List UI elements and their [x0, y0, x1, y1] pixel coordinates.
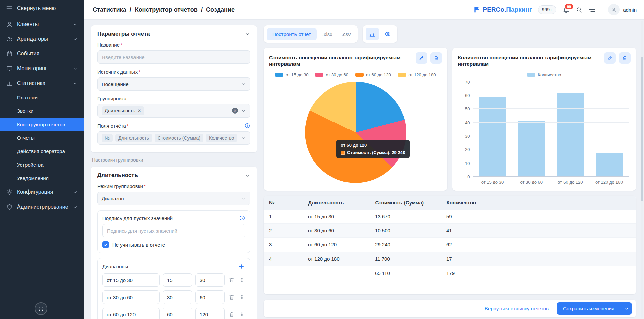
table-row[interactable]: 2 от 30 до 60 10 500 41	[264, 224, 636, 238]
breadcrumb-report-builder[interactable]: Конструктор отчетов	[135, 6, 198, 13]
info-icon[interactable]	[239, 215, 245, 221]
charts-view-button[interactable]	[366, 28, 379, 40]
data-source-select[interactable]: Посещение	[97, 77, 250, 91]
info-icon[interactable]	[244, 123, 250, 129]
chevron-down-icon	[245, 31, 250, 37]
delete-range-button[interactable]	[228, 310, 236, 318]
delete-range-button[interactable]	[228, 293, 236, 301]
pie-chart[interactable]	[305, 82, 406, 183]
table-row[interactable]: 1 от 15 до 30 13 670 59	[264, 210, 636, 224]
chevron-down-icon	[241, 82, 246, 87]
bar[interactable]	[518, 121, 545, 177]
sidebar-item-tenants[interactable]: Арендаторы	[0, 32, 84, 46]
drag-handle[interactable]	[239, 276, 245, 284]
report-params-header[interactable]: Параметры отчета	[91, 25, 257, 42]
back-to-reports-link[interactable]: Вернуться к списку отчетов	[485, 306, 549, 311]
sidebar-item-configuration[interactable]: Конфигурация	[0, 185, 84, 199]
notifications-bell-button[interactable]: 99	[562, 6, 570, 13]
save-changes-button[interactable]: Сохранить изменения	[557, 302, 621, 315]
search-button[interactable]	[576, 6, 582, 13]
sidebar-item-administration[interactable]: Администрирование	[0, 199, 84, 214]
export-csv-button[interactable]: .csv	[338, 28, 355, 40]
grouping-mode-select[interactable]: Диапазон	[97, 192, 250, 205]
breadcrumb-statistics[interactable]: Статистика	[93, 6, 126, 13]
grouping-select[interactable]: Длительность ✕ ✕	[97, 104, 250, 118]
table-row[interactable]: 4 от 120 до 180 11 700 17	[264, 252, 636, 266]
gear-icon	[6, 189, 13, 195]
scrollbar-thumb[interactable]	[641, 57, 643, 201]
sidebar-subitem-devices[interactable]: Устройства	[0, 158, 84, 171]
clear-selection-icon[interactable]: ✕	[232, 108, 238, 114]
remove-tag-icon[interactable]: ✕	[138, 109, 141, 113]
grouping-card-header[interactable]: Длительность	[91, 167, 257, 183]
save-options-button[interactable]	[621, 302, 632, 315]
sidebar-item-monitoring[interactable]: Мониторинг	[0, 61, 84, 76]
ranges-box: Диапазоны	[97, 258, 250, 319]
range-name-input[interactable]	[102, 290, 160, 304]
range-from-input[interactable]	[163, 290, 192, 304]
drag-handle[interactable]	[239, 311, 245, 318]
exclude-from-report-checkbox[interactable]: Не учитывать в отчете	[102, 241, 245, 248]
hide-charts-button[interactable]	[381, 28, 394, 40]
calendar-icon	[6, 50, 13, 57]
sidebar-item-events[interactable]: События	[0, 46, 84, 61]
x-axis-label: от 30 до 60	[512, 177, 551, 186]
range-to-input[interactable]	[195, 308, 225, 319]
sidebar-subitem-report-builder[interactable]: Конструктор отчетов	[0, 118, 84, 131]
sidebar-item-statistics[interactable]: Статистика	[0, 76, 84, 91]
widget-button[interactable]	[35, 302, 47, 315]
collapse-menu-button[interactable]: Свернуть меню	[0, 0, 84, 17]
column-header-cost[interactable]: Стоимость (Сумма)	[370, 196, 441, 210]
cell-duration: от 15 до 30	[303, 210, 370, 224]
chevron-down-icon	[73, 37, 78, 42]
column-header-number[interactable]: №	[264, 196, 303, 210]
sidebar-subitem-notifications[interactable]: Уведомления	[0, 171, 84, 185]
empty-values-input[interactable]	[102, 224, 245, 237]
build-report-button[interactable]: Построить отчет	[267, 28, 317, 40]
range-name-input[interactable]	[102, 273, 160, 287]
bar[interactable]	[557, 93, 584, 177]
delete-chart-button[interactable]	[619, 52, 631, 64]
legend-item[interactable]: Количество	[527, 72, 561, 77]
user-menu[interactable]: admin	[608, 4, 637, 15]
column-header-count[interactable]: Количество	[441, 196, 503, 210]
range-to-input[interactable]	[195, 290, 225, 304]
required-mark: *	[144, 183, 146, 189]
delete-chart-button[interactable]	[430, 52, 442, 64]
bar-plot[interactable]: 010203040506070	[473, 82, 629, 177]
sidebar-subitem-reports[interactable]: Отчеты	[0, 131, 84, 144]
range-from-input[interactable]	[163, 273, 192, 287]
drag-handle[interactable]	[239, 293, 245, 301]
column-header-duration[interactable]: Длительность	[303, 196, 370, 210]
statistics-submenu: Платежи Звонки Конструктор отчетов Отчет…	[0, 91, 84, 185]
add-range-button[interactable]	[237, 263, 245, 270]
bell-badge: 99	[564, 3, 574, 10]
legend-item[interactable]: от 120 до 180	[398, 72, 436, 77]
delete-range-button[interactable]	[228, 276, 236, 284]
range-from-input[interactable]	[163, 308, 192, 319]
tasks-menu-button[interactable]	[588, 6, 596, 13]
content: Параметры отчета Название* Источник данн…	[84, 20, 644, 319]
notifications-count-badge[interactable]: 999+	[538, 5, 557, 14]
range-to-input[interactable]	[195, 273, 225, 287]
edit-chart-button[interactable]	[416, 52, 427, 64]
checkbox-checked-icon	[102, 241, 109, 248]
field-tag-label: Количество	[209, 135, 234, 141]
bar[interactable]	[596, 153, 623, 177]
gridline	[473, 108, 629, 109]
legend-item[interactable]: от 15 до 30	[275, 72, 308, 77]
scrollbar-track[interactable]	[641, 21, 643, 318]
sidebar-subitem-calls[interactable]: Звонки	[0, 104, 84, 118]
report-fields-select[interactable]: № Длительность Стоимость (Сумма) Количес…	[97, 131, 250, 145]
grouping-settings-section-label: Настройки группировки	[91, 156, 257, 163]
export-xlsx-button[interactable]: .xlsx	[319, 28, 336, 40]
edit-chart-button[interactable]	[604, 52, 616, 64]
legend-item[interactable]: от 60 до 120	[355, 72, 391, 77]
report-name-input[interactable]	[97, 50, 250, 64]
table-row[interactable]: 3 от 60 до 120 29 240 62	[264, 238, 636, 252]
sidebar-subitem-operator-actions[interactable]: Действия оператора	[0, 144, 84, 158]
range-name-input[interactable]	[102, 308, 160, 319]
sidebar-item-clients[interactable]: Клиенты	[0, 17, 84, 32]
sidebar-subitem-payments[interactable]: Платежи	[0, 91, 84, 104]
legend-item[interactable]: от 30 до 60	[315, 72, 348, 77]
